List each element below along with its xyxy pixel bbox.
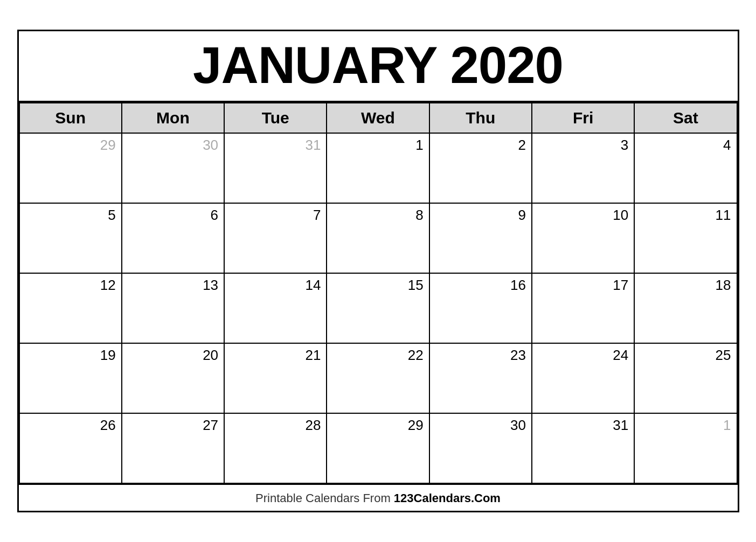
footer-text-normal: Printable Calendars From bbox=[255, 491, 394, 505]
day-number: 24 bbox=[532, 347, 628, 364]
day-number: 31 bbox=[532, 417, 628, 434]
day-number: 26 bbox=[20, 417, 116, 434]
calendar-day-cell: 2 bbox=[429, 133, 532, 203]
calendar-day-cell: 18 bbox=[634, 273, 737, 343]
calendar-day-cell: 28 bbox=[224, 413, 327, 483]
calendar-day-cell: 26 bbox=[19, 413, 122, 483]
calendar-day-cell: 7 bbox=[224, 203, 327, 273]
day-number: 28 bbox=[225, 417, 321, 434]
calendar-day-cell: 29 bbox=[327, 413, 429, 483]
calendar-day-cell: 1 bbox=[634, 413, 737, 483]
weekday-header-sun: Sun bbox=[19, 103, 122, 133]
footer-text-bold: 123Calendars.Com bbox=[394, 491, 501, 505]
weekday-header-row: SunMonTueWedThuFriSat bbox=[19, 103, 737, 133]
calendar-day-cell: 13 bbox=[122, 273, 224, 343]
calendar-container: JANUARY 2020 SunMonTueWedThuFriSat 29303… bbox=[17, 30, 739, 513]
calendar-title: JANUARY 2020 bbox=[19, 31, 738, 103]
day-number: 30 bbox=[430, 417, 526, 434]
calendar-week-row: 2930311234 bbox=[19, 133, 737, 203]
calendar-day-cell: 20 bbox=[122, 343, 224, 413]
calendar-day-cell: 25 bbox=[634, 343, 737, 413]
day-number: 8 bbox=[327, 207, 423, 224]
day-number: 5 bbox=[20, 207, 116, 224]
day-number: 12 bbox=[20, 277, 116, 294]
day-number: 25 bbox=[635, 347, 731, 364]
weekday-header-thu: Thu bbox=[429, 103, 532, 133]
calendar-day-cell: 15 bbox=[327, 273, 429, 343]
day-number: 19 bbox=[20, 347, 116, 364]
day-number: 18 bbox=[635, 277, 731, 294]
weekday-header-fri: Fri bbox=[532, 103, 634, 133]
weekday-header-tue: Tue bbox=[224, 103, 327, 133]
calendar-day-cell: 1 bbox=[327, 133, 429, 203]
calendar-day-cell: 31 bbox=[532, 413, 634, 483]
calendar-day-cell: 6 bbox=[122, 203, 224, 273]
calendar-day-cell: 14 bbox=[224, 273, 327, 343]
day-number: 27 bbox=[122, 417, 218, 434]
calendar-day-cell: 5 bbox=[19, 203, 122, 273]
day-number: 7 bbox=[225, 207, 321, 224]
calendar-day-cell: 21 bbox=[224, 343, 327, 413]
calendar-day-cell: 23 bbox=[429, 343, 532, 413]
calendar-day-cell: 19 bbox=[19, 343, 122, 413]
day-number: 29 bbox=[327, 417, 423, 434]
calendar-day-cell: 29 bbox=[19, 133, 122, 203]
day-number: 9 bbox=[430, 207, 526, 224]
calendar-day-cell: 30 bbox=[429, 413, 532, 483]
weekday-header-sat: Sat bbox=[634, 103, 737, 133]
day-number: 2 bbox=[430, 137, 526, 154]
calendar-week-row: 12131415161718 bbox=[19, 273, 737, 343]
calendar-day-cell: 27 bbox=[122, 413, 224, 483]
calendar-week-row: 19202122232425 bbox=[19, 343, 737, 413]
day-number: 1 bbox=[635, 417, 731, 434]
day-number: 31 bbox=[225, 137, 321, 154]
calendar-day-cell: 24 bbox=[532, 343, 634, 413]
calendar-day-cell: 30 bbox=[122, 133, 224, 203]
calendar-day-cell: 22 bbox=[327, 343, 429, 413]
day-number: 17 bbox=[532, 277, 628, 294]
calendar-day-cell: 8 bbox=[327, 203, 429, 273]
weekday-header-mon: Mon bbox=[122, 103, 224, 133]
calendar-day-cell: 17 bbox=[532, 273, 634, 343]
day-number: 30 bbox=[122, 137, 218, 154]
day-number: 11 bbox=[635, 207, 731, 224]
calendar-day-cell: 9 bbox=[429, 203, 532, 273]
day-number: 21 bbox=[225, 347, 321, 364]
day-number: 14 bbox=[225, 277, 321, 294]
day-number: 23 bbox=[430, 347, 526, 364]
day-number: 10 bbox=[532, 207, 628, 224]
calendar-grid: SunMonTueWedThuFriSat 293031123456789101… bbox=[19, 102, 738, 484]
weekday-header-wed: Wed bbox=[327, 103, 429, 133]
calendar-day-cell: 31 bbox=[224, 133, 327, 203]
calendar-day-cell: 11 bbox=[634, 203, 737, 273]
calendar-day-cell: 4 bbox=[634, 133, 737, 203]
calendar-day-cell: 12 bbox=[19, 273, 122, 343]
day-number: 1 bbox=[327, 137, 423, 154]
day-number: 3 bbox=[532, 137, 628, 154]
day-number: 6 bbox=[122, 207, 218, 224]
calendar-day-cell: 10 bbox=[532, 203, 634, 273]
day-number: 20 bbox=[122, 347, 218, 364]
day-number: 29 bbox=[20, 137, 116, 154]
day-number: 13 bbox=[122, 277, 218, 294]
day-number: 15 bbox=[327, 277, 423, 294]
day-number: 16 bbox=[430, 277, 526, 294]
day-number: 4 bbox=[635, 137, 731, 154]
calendar-week-row: 567891011 bbox=[19, 203, 737, 273]
calendar-day-cell: 16 bbox=[429, 273, 532, 343]
calendar-footer: Printable Calendars From 123Calendars.Co… bbox=[19, 484, 738, 511]
calendar-day-cell: 3 bbox=[532, 133, 634, 203]
calendar-week-row: 2627282930311 bbox=[19, 413, 737, 483]
day-number: 22 bbox=[327, 347, 423, 364]
